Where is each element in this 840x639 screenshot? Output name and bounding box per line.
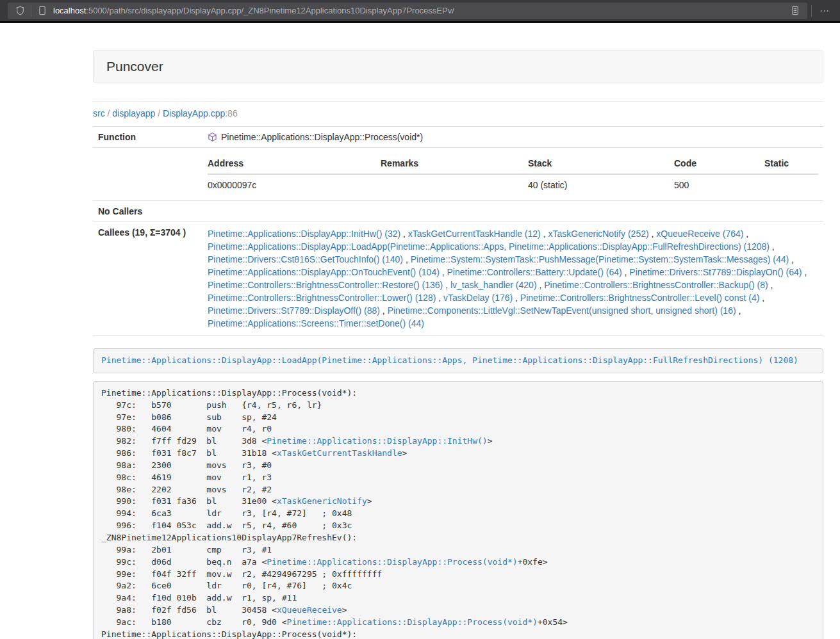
page-icon[interactable] — [35, 4, 49, 18]
callee-link[interactable]: Pinetime::Applications::DisplayApp::Init… — [208, 229, 400, 239]
url-path: :5000/path/src/displayapp/DisplayApp.cpp… — [86, 6, 454, 15]
callee-link[interactable]: Pinetime::Components::LittleVgl::SetNewT… — [388, 305, 736, 316]
breadcrumb-line-number: :86 — [225, 108, 237, 118]
callee-link[interactable]: Pinetime::Controllers::Battery::Update()… — [447, 267, 622, 277]
shield-icon[interactable] — [13, 4, 27, 18]
package-icon — [208, 132, 217, 142]
page-container: Puncover src / displayapp / DisplayApp.c… — [93, 50, 823, 639]
breadcrumb-link[interactable]: displayapp — [112, 108, 155, 118]
detail-table: AddressRemarksStackCodeStatic 0x0000097c… — [208, 153, 818, 195]
current-symbol-box: Pinetime::Applications::DisplayApp::Load… — [93, 348, 823, 373]
menu-icon[interactable]: ⋯ — [816, 5, 834, 17]
column-header: Stack — [528, 153, 674, 174]
callee-link[interactable]: lv_task_handler (420) — [450, 280, 537, 290]
url-host: localhost — [53, 6, 86, 15]
app-title: Puncover — [106, 59, 163, 74]
no-callers-label: No Callers — [93, 201, 202, 222]
breadcrumb-separator: / — [155, 108, 163, 118]
remarks-value — [381, 174, 528, 195]
urlbar-divider — [31, 5, 31, 17]
callee-link[interactable]: Pinetime::Drivers::Cst816S::GetTouchInfo… — [208, 254, 403, 264]
breadcrumb: src / displayapp / DisplayApp.cpp:86 — [93, 108, 823, 118]
url-text[interactable]: localhost:5000/path/src/displayapp/Displ… — [53, 6, 788, 15]
address-value: 0x0000097c — [208, 174, 381, 195]
assembly-link[interactable]: Pinetime::Applications::DisplayApp::Proc… — [287, 617, 538, 627]
detail-header-row: AddressRemarksStackCodeStatic — [208, 153, 818, 174]
breadcrumb-link[interactable]: src — [93, 108, 105, 118]
callee-link[interactable]: Pinetime::Controllers::BrightnessControl… — [208, 293, 436, 303]
callees-list: Pinetime::Applications::DisplayApp::Init… — [202, 222, 823, 336]
current-symbol-link[interactable]: Pinetime::Applications::DisplayApp::Load… — [101, 355, 798, 365]
details-row: AddressRemarksStackCodeStatic 0x0000097c… — [93, 148, 823, 201]
assembly-link[interactable]: xQueueReceive — [277, 605, 342, 615]
function-name: Pinetime::Applications::DisplayApp::Proc… — [221, 132, 423, 142]
static-value — [764, 174, 818, 195]
assembly-listing: Pinetime::Applications::DisplayApp::Proc… — [93, 381, 823, 639]
callee-link[interactable]: Pinetime::Drivers::St7789::DisplayOff() … — [208, 305, 380, 316]
chrome-separator — [0, 21, 840, 23]
assembly-link[interactable]: Pinetime::Applications::DisplayApp::Init… — [267, 436, 487, 446]
callee-link[interactable]: Pinetime::Controllers::BrightnessControl… — [208, 280, 443, 290]
column-header: Code — [674, 153, 764, 174]
code-value: 500 — [674, 174, 764, 195]
callee-link[interactable]: xTaskGenericNotify (252) — [548, 229, 648, 239]
breadcrumb-separator: / — [105, 108, 113, 118]
column-header: Address — [208, 153, 381, 174]
browser-toolbar: localhost:5000/path/src/displayapp/Displ… — [0, 0, 840, 21]
callee-link[interactable]: Pinetime::System::SystemTask::PushMessag… — [411, 254, 789, 264]
breadcrumb-link[interactable]: DisplayApp.cpp — [163, 108, 225, 118]
callee-link[interactable]: xQueueReceive (764) — [656, 229, 743, 239]
url-bar[interactable]: localhost:5000/path/src/displayapp/Displ… — [8, 3, 807, 19]
assembly-link[interactable]: xTaskGenericNotify — [277, 496, 367, 506]
column-header: Remarks — [381, 153, 528, 174]
callee-link[interactable]: Pinetime::Controllers::BrightnessControl… — [520, 293, 759, 303]
function-row: Function Pinetime::Applications::Display… — [93, 127, 823, 148]
stack-value: 40 (static) — [528, 174, 674, 195]
callee-link[interactable]: Pinetime::Applications::DisplayApp::OnTo… — [208, 267, 440, 277]
no-callers-row: No Callers — [93, 201, 823, 222]
callee-link[interactable]: Pinetime::Applications::DisplayApp::Load… — [208, 241, 770, 252]
callees-label: Callees (19, Σ=3704 ) — [93, 222, 202, 336]
callee-link[interactable]: vTaskDelay (176) — [443, 293, 513, 303]
app-title-panel: Puncover — [93, 50, 823, 83]
callee-link[interactable]: xTaskGetCurrentTaskHandle (12) — [408, 229, 541, 239]
callee-link[interactable]: Pinetime::Controllers::BrightnessControl… — [544, 280, 768, 290]
divider-rule — [93, 101, 823, 102]
function-label: Function — [93, 127, 202, 148]
assembly-link[interactable]: xTaskGetCurrentTaskHandle — [277, 448, 402, 458]
column-header: Static — [764, 153, 818, 174]
callee-link[interactable]: Pinetime::Applications::Screens::Timer::… — [208, 318, 424, 328]
function-table: Function Pinetime::Applications::Display… — [93, 126, 823, 336]
toolbar-divider — [811, 5, 812, 17]
assembly-link[interactable]: Pinetime::Applications::DisplayApp::Proc… — [267, 557, 517, 567]
callees-row: Callees (19, Σ=3704 ) Pinetime::Applicat… — [93, 222, 823, 336]
callee-link[interactable]: Pinetime::Drivers::St7789::DisplayOn() (… — [629, 267, 802, 277]
detail-data-row: 0x0000097c40 (static)500 — [208, 174, 818, 195]
reader-mode-icon[interactable] — [788, 4, 802, 18]
